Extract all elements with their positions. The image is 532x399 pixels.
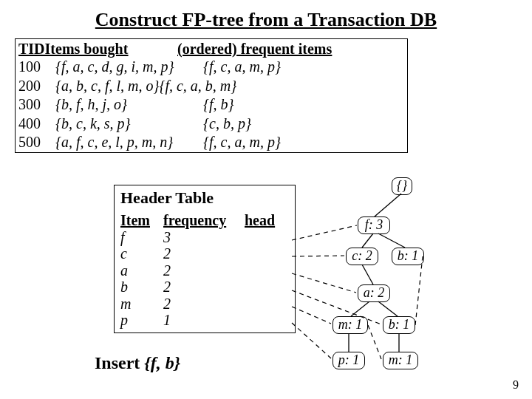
- header-table: Header Table Item frequency head f3 c2 a…: [114, 185, 296, 333]
- cell-items: {a, f, c, e, l, p, m, n}: [55, 133, 203, 152]
- table-row: 500 {a, f, c, e, l, p, m, n} {f, c, a, m…: [16, 133, 407, 152]
- table-row: 100 {f, a, c, d, g, i, m, p} {f, c, a, m…: [16, 58, 407, 77]
- table-row: 400 {b, c, k, s, p} {c, b, p}: [16, 115, 407, 134]
- page-title: Construct FP-tree from a Transaction DB: [0, 9, 532, 31]
- table-row: m2: [120, 296, 289, 312]
- item: a: [120, 262, 163, 279]
- node-f: f: 3: [358, 216, 390, 234]
- node-b1-top: b: 1: [392, 248, 424, 265]
- item: b: [120, 279, 163, 295]
- col-head: head: [245, 212, 275, 229]
- header-table-title: Header Table: [120, 188, 289, 208]
- cell-tid: 300: [18, 95, 55, 115]
- table-row: a2: [120, 262, 289, 279]
- table-row: c2: [120, 245, 289, 262]
- insert-set: {f, b}: [144, 353, 180, 372]
- node-m1: m: 1: [332, 316, 368, 334]
- cell-items: {b, f, h, j, o}: [55, 95, 203, 115]
- cell-items: {f, a, c, d, g, i, m, p}: [55, 58, 203, 77]
- item: m: [120, 296, 163, 312]
- node-root: {}: [392, 177, 412, 195]
- item: c: [120, 245, 163, 262]
- node-b1-bot: b: 1: [383, 316, 415, 334]
- cell-tid: 500: [18, 133, 55, 152]
- freq: 1: [163, 312, 245, 328]
- freq: 2: [163, 262, 245, 279]
- col-item: Item: [120, 212, 163, 229]
- node-a: a: 2: [358, 284, 390, 302]
- item: p: [120, 312, 163, 328]
- node-p1: p: 1: [332, 352, 365, 369]
- table-row: 300 {b, f, h, j, o} {f, b}: [16, 95, 407, 115]
- header-table-head: Item frequency head: [120, 212, 289, 229]
- page-number: 9: [513, 378, 519, 392]
- node-c: c: 2: [346, 248, 378, 265]
- freq: 2: [163, 296, 245, 312]
- cell-freq: {f, c, a, m, p}: [203, 58, 395, 77]
- col-frequency: frequency: [163, 212, 245, 229]
- insert-word: Insert: [95, 353, 144, 372]
- freq: 3: [163, 229, 245, 245]
- cell-freq: {f, b}: [203, 95, 395, 115]
- table-row: b2: [120, 279, 289, 295]
- cell-tid: 100: [18, 58, 55, 77]
- cell-items: {a, b, c, f, l, m, o}{f, c, a, b, m}: [55, 77, 395, 96]
- cell-freq: {c, b, p}: [203, 115, 395, 134]
- cell-freq: {f, c, a, m, p}: [203, 133, 395, 152]
- freq: 2: [163, 245, 245, 262]
- node-m1-bot: m: 1: [383, 352, 418, 369]
- table-row: 200 {a, b, c, f, l, m, o}{f, c, a, b, m}: [16, 77, 407, 96]
- insert-label: Insert {f, b}: [95, 353, 180, 373]
- col-ordered-freq: (ordered) frequent items: [177, 41, 399, 58]
- item: f: [120, 229, 163, 245]
- freq: 2: [163, 279, 245, 295]
- cell-tid: 200: [18, 77, 55, 96]
- cell-tid: 400: [18, 115, 55, 134]
- cell-items: {b, c, k, s, p}: [55, 115, 203, 134]
- table-row: f3: [120, 229, 289, 245]
- table-row: p1: [120, 312, 289, 328]
- col-tid-items: TIDItems bought: [18, 41, 177, 58]
- transaction-table: TIDItems bought (ordered) frequent items…: [15, 38, 408, 153]
